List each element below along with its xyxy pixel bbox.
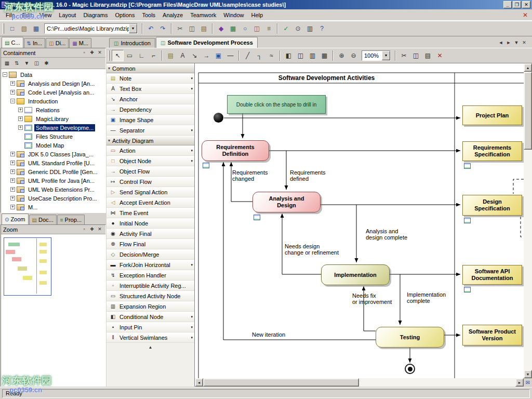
tree-item-m[interactable]: +M... xyxy=(1,203,105,211)
tree-item-software-developme[interactable]: +Software Developme... xyxy=(1,123,105,132)
palette-scroll-up-icon[interactable]: ▲ xyxy=(107,343,194,350)
align-button[interactable]: ◧ xyxy=(283,50,295,61)
palette-item-control-flow[interactable]: ↦Control Flow xyxy=(107,177,194,187)
menu-options[interactable]: Options xyxy=(111,10,138,20)
menu-help[interactable]: Help xyxy=(247,10,267,20)
palette-item-dependency[interactable]: →Dependency xyxy=(107,104,194,115)
tree-item-relations[interactable]: +Relations xyxy=(1,105,105,114)
title-bar[interactable]: MagicDraw UML 16.0 - Magic Library.mdzip… xyxy=(0,0,532,9)
menu-view[interactable]: View xyxy=(36,10,56,20)
palette-item-structured-activity-node[interactable]: ▭Structured Activity Node xyxy=(107,291,194,301)
variant-arrow-icon[interactable]: ▾ xyxy=(191,76,194,81)
oblique-path-button[interactable]: ╱ xyxy=(242,50,254,61)
tree-item-data[interactable]: −Data xyxy=(1,70,105,79)
toolbar-grip[interactable] xyxy=(3,23,4,34)
palette-item-conditional-node[interactable]: ◧Conditional Node▾ xyxy=(107,312,194,322)
activity-final-node[interactable] xyxy=(405,364,415,374)
tree-collapse-button[interactable]: ⇅ xyxy=(12,59,22,68)
menu-tools[interactable]: Tools xyxy=(138,10,159,20)
diagram-shortcut-icon[interactable] xyxy=(464,287,471,292)
palette-item-accept-event-action[interactable]: ◁Accept Event Action xyxy=(107,197,194,208)
paste-button[interactable]: ▤ xyxy=(422,50,434,61)
tree-refresh-button[interactable]: ✱ xyxy=(42,59,51,68)
curve-path-button[interactable]: ≈ xyxy=(265,50,277,61)
scroll-down-icon[interactable]: ▼ xyxy=(524,370,532,378)
activity-diagram-button[interactable]: ◫ xyxy=(251,23,263,34)
zoom-level-combo[interactable]: 100% ▼ xyxy=(362,50,391,61)
pin-panel-button[interactable]: ✚ xyxy=(88,226,96,233)
palette-item-input-pin[interactable]: ▪Input Pin▾ xyxy=(107,322,194,332)
save-project-button[interactable]: ▦ xyxy=(30,23,42,34)
tree-toggle-icon[interactable]: + xyxy=(18,108,23,112)
palette-group-common[interactable]: ▾Common xyxy=(107,63,194,73)
tree-toggle-icon[interactable]: − xyxy=(3,72,7,77)
palette-item-time-event[interactable]: ⋈Time Event xyxy=(107,208,194,218)
variant-arrow-icon[interactable]: ▾ xyxy=(191,87,194,91)
note-tool-button[interactable]: ▤ xyxy=(165,50,177,61)
palette-item-action[interactable]: ▭Action▾ xyxy=(107,145,194,156)
palette-item-fork-join-horizontal[interactable]: ▬Fork/Join Horizontal▾ xyxy=(107,260,194,270)
diagram-shortcut-icon[interactable] xyxy=(464,163,471,169)
tree-expand-button[interactable]: ▦ xyxy=(2,59,12,68)
browser-tab-c[interactable]: ▤C... xyxy=(2,37,23,48)
tree-item-usecase-description-pro[interactable]: +UseCase Description Pro... xyxy=(1,194,105,203)
new-project-button[interactable]: □ xyxy=(6,23,18,34)
tree-toggle-icon[interactable]: + xyxy=(10,196,15,201)
tree-item-uml-web-extensions-pr[interactable]: +UML Web Extensions Pr... xyxy=(1,185,105,194)
diagram-shortcut-icon[interactable] xyxy=(464,218,471,223)
anchor-tool-button[interactable]: ↘ xyxy=(189,50,201,61)
menu-layout[interactable]: Layout xyxy=(55,10,79,20)
tree-item-model-map[interactable]: Model Map xyxy=(1,141,105,150)
shape-tool-button[interactable]: ⌐ xyxy=(148,50,159,61)
tree-item-uml-profile-for-java-an[interactable]: +UML Profile for Java [An... xyxy=(1,176,105,185)
vertical-scroll-thumb[interactable] xyxy=(524,72,532,150)
diagram-canvas[interactable]: Software Development Activities Double c… xyxy=(195,63,524,378)
project-plan-artifact[interactable]: Project Plan xyxy=(462,105,522,125)
variant-arrow-icon[interactable]: ▾ xyxy=(191,263,194,267)
requirements-definition-action[interactable]: Requirements Definition xyxy=(202,140,269,161)
tree-toggle-icon[interactable]: + xyxy=(10,178,15,183)
toolbar-grip[interactable] xyxy=(108,50,110,61)
close-panel-button[interactable]: ✕ xyxy=(96,49,103,56)
variant-arrow-icon[interactable]: ▾ xyxy=(191,315,194,319)
browser-tab-m[interactable]: ▦M... xyxy=(69,38,91,48)
palette-item-interruptible-activity-reg[interactable]: ▫Interruptible Activity Reg... xyxy=(107,281,194,291)
center-button[interactable]: ◫ xyxy=(295,50,307,61)
tree-filter-button[interactable]: ▼ xyxy=(22,59,32,68)
tab-list-button[interactable]: ▼ xyxy=(513,39,520,46)
tree-toggle-icon[interactable]: + xyxy=(18,116,23,121)
class-diagram-button[interactable]: ▦ xyxy=(227,23,239,34)
palette-item-anchor[interactable]: ↘Anchor xyxy=(107,94,194,104)
cut-button[interactable]: ✂ xyxy=(398,50,410,61)
message-envelope-icon[interactable]: ✉ xyxy=(524,378,532,387)
tree-toggle-icon[interactable]: + xyxy=(10,187,15,192)
find-button[interactable]: ⊙ xyxy=(292,23,304,34)
restore-button[interactable]: ❐ xyxy=(513,1,521,8)
undo-button[interactable]: ↶ xyxy=(145,23,157,34)
design-specification-artifact[interactable]: Design Specification xyxy=(462,195,522,216)
note-shape[interactable]: Double click on the shape to drill in xyxy=(227,95,326,114)
float-panel-button[interactable]: ▫ xyxy=(81,226,88,233)
dependency-edge[interactable] xyxy=(521,217,524,237)
browser-tab-di[interactable]: ◫Di... xyxy=(46,38,69,48)
diagram-tab-software-development-process[interactable]: ◫Software Development Process xyxy=(156,37,258,48)
palette-item-exception-handler[interactable]: ↯Exception Handler xyxy=(107,270,194,281)
horizontal-scroll-thumb[interactable] xyxy=(203,378,359,387)
palette-item-expansion-region[interactable]: ▥Expansion Region xyxy=(107,301,194,312)
variant-arrow-icon[interactable]: ▾ xyxy=(191,159,194,163)
close-tab-button[interactable]: ✕ xyxy=(521,39,528,46)
usecase-diagram-button[interactable]: ○ xyxy=(239,23,251,34)
palette-item-text-box[interactable]: AText Box▾ xyxy=(107,84,194,94)
zoom-thumbnail[interactable] xyxy=(1,234,105,386)
containment-panel-header[interactable]: Containment ▫✚✕ xyxy=(1,48,105,58)
variant-arrow-icon[interactable]: ▾ xyxy=(191,149,194,153)
horizontal-scrollbar[interactable]: ◄ ► xyxy=(195,378,524,387)
palette-item-image-shape[interactable]: ▣Image Shape xyxy=(107,115,194,125)
validate-button[interactable]: ✓ xyxy=(280,23,292,34)
palette-item-send-signal-action[interactable]: ▷Send Signal Action xyxy=(107,187,194,197)
palette-item-activity-final[interactable]: ◉Activity Final xyxy=(107,229,194,239)
scroll-right-icon[interactable]: ► xyxy=(515,378,524,387)
report-button[interactable]: ▥ xyxy=(304,23,316,34)
analysis-and-design-action[interactable]: Analysis and Design xyxy=(252,192,321,212)
variant-arrow-icon[interactable]: ▾ xyxy=(191,336,194,340)
